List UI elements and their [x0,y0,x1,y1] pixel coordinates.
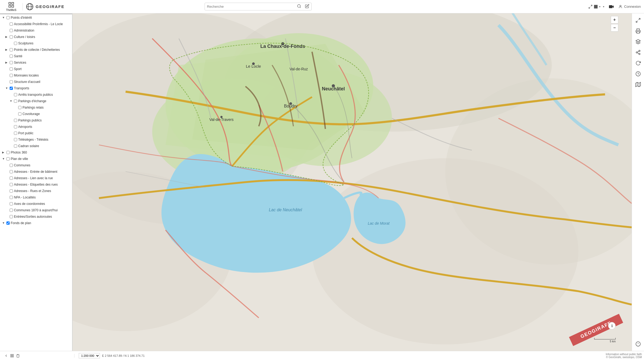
checkbox-sante[interactable] [10,55,13,58]
sidebar-item-fonds-de-plan[interactable]: ▼ Fonds de plan [0,220,72,226]
checkbox-cadran-solaire[interactable] [14,144,17,148]
sidebar-item-sculptures[interactable]: Sculptures [0,40,72,47]
checkbox-parkings-echange[interactable] [14,99,17,103]
sidebar-item-entrees-sorties[interactable]: Entrées/Sorties autoroutes [0,213,72,220]
checkbox-port-public[interactable] [14,132,17,135]
sidebar-item-adresses-etiquettes[interactable]: Adresses - Etiquettes des rues [0,181,72,188]
share-button[interactable] [633,48,643,57]
svg-point-46 [636,52,637,53]
checkbox-parkings-relais[interactable] [18,106,21,109]
checkbox-points-collecte[interactable] [10,48,13,51]
sidebar-item-parkings-echange[interactable]: ▼ Parkings d'échange [0,98,72,104]
checkbox-adresses-lien-rue[interactable] [10,177,13,180]
map-info-button[interactable]: ℹ [608,322,616,330]
sidebar-item-adresses-rues-zones[interactable]: Adresses - Rues et Zones [0,188,72,194]
map-view-button[interactable] [633,80,643,89]
sidebar-item-points-interet[interactable]: ▼ Points d'intérêt [0,14,72,21]
checkbox-arrets-transports[interactable] [14,93,17,96]
svg-point-39 [220,116,223,118]
checkbox-transports[interactable] [10,87,13,90]
checkbox-adresses-rues-zones[interactable] [10,189,13,193]
checkbox-plan-de-ville[interactable] [6,157,10,160]
checkbox-npa-localites[interactable] [10,196,13,199]
refresh-button[interactable] [633,58,643,68]
sidebar-item-parkings-publics[interactable]: Parkings publics [0,117,72,124]
sidebar-item-npa-localites[interactable]: NPA - Localités [0,194,72,201]
themes-button[interactable]: ThèMeS [3,2,19,12]
sidebar-item-telesiege[interactable]: Télésièges - Téléskis [0,136,72,143]
checkbox-sport[interactable] [10,67,13,71]
sidebar-item-covoiturage[interactable]: Covoiturage [0,111,72,117]
sidebar-item-aeroports[interactable]: Aéroports [0,124,72,130]
checkbox-points-interet[interactable] [6,16,10,19]
checkbox-communes[interactable] [10,164,13,167]
checkbox-photos-360[interactable] [6,151,10,154]
sidebar-item-sante[interactable]: Santé [0,53,72,59]
fullscreen-icon[interactable] [594,5,598,9]
checkbox-axes-coordonnees[interactable] [10,202,13,205]
sidebar-item-transports[interactable]: ▼ Transports [0,85,72,91]
checkbox-fonds-de-plan[interactable] [6,221,10,225]
search-icon[interactable] [297,4,301,9]
right-toolbar [632,13,644,351]
delete-button[interactable] [16,354,20,358]
zoom-in-button[interactable]: + [611,16,618,24]
svg-line-49 [637,51,639,52]
checkbox-culture-loisirs[interactable] [10,35,13,39]
sidebar-item-photos-360[interactable]: ▶ Photos 360 [0,149,72,156]
draw-icon[interactable] [305,4,309,9]
login-button[interactable]: Connexion [618,5,641,9]
sidebar-item-port-public[interactable]: Port public [0,130,72,136]
arrow-nav-icon[interactable] [599,5,604,9]
checkbox-aeroports[interactable] [14,125,17,128]
sidebar-item-communes[interactable]: Communes [0,162,72,168]
sidebar-item-adresses-lien-rue[interactable]: Adresses - Lien avec la rue [0,175,72,181]
video-icon[interactable] [609,5,614,9]
checkbox-monnaies-locales[interactable] [10,74,13,77]
sidebar-item-monnaies-locales[interactable]: Monnaies locales [0,72,72,79]
checkbox-sculptures[interactable] [14,42,17,45]
sidebar-item-arrets-transports[interactable]: Arrêts transports publics [0,91,72,98]
topbar-right: Connexion [588,5,641,9]
sidebar-item-sport[interactable]: Sport [0,66,72,72]
checkbox-accessibilite[interactable] [10,22,13,26]
checkbox-adresses-batiment[interactable] [10,170,13,173]
checkbox-adresses-etiquettes[interactable] [10,183,13,186]
checkbox-administration[interactable] [10,29,13,32]
sidebar-item-structure-accueil[interactable]: Structure d'accueil [0,79,72,85]
zoom-out-button[interactable]: − [611,24,618,32]
svg-marker-13 [612,5,614,8]
sidebar-item-cadran-solaire[interactable]: Cadran solaire [0,143,72,149]
sidebar-item-plan-de-ville[interactable]: ▼ Plan de ville [0,156,72,162]
checkbox-parkings-publics[interactable] [14,119,17,122]
info-button[interactable] [633,339,643,349]
grid-view-button[interactable] [10,354,14,358]
layers-button[interactable] [633,37,643,47]
print-button[interactable] [633,26,643,36]
history-button[interactable] [633,69,643,79]
scale-bar-line [594,338,616,339]
checkbox-telesiege[interactable] [14,138,17,141]
checkbox-structure-accueil[interactable] [10,80,13,83]
scale-selector[interactable]: 1:200 000 1:100 000 1:50 000 1:25 000 [79,353,100,358]
map-container[interactable]: La Chaux-de-Fonds Le Locle Val-de-Ruz Va… [72,13,632,351]
expand-button[interactable] [633,16,643,25]
svg-rect-12 [609,5,612,8]
sidebar-item-administration[interactable]: Administration [0,27,72,34]
resize-icon[interactable] [588,5,593,9]
sidebar-item-services[interactable]: ▶ Services [0,59,72,66]
checkbox-communes-1870[interactable] [10,209,13,212]
sidebar-item-culture-loisirs[interactable]: ▶ Culture / loisirs [0,34,72,40]
checkbox-covoiturage[interactable] [18,112,21,116]
sidebar-item-axes-coordonnees[interactable]: Axes de coordonnées [0,201,72,207]
sidebar-item-points-collecte[interactable]: ▶ Points de collecte / Déchetteries [0,47,72,53]
sidebar-item-adresses-batiment[interactable]: Adresses - Entrée de bâtiment [0,168,72,175]
search-input[interactable] [207,5,297,9]
sidebar-item-communes-1870[interactable]: Communes 1870 à aujourd'hui [0,207,72,213]
window-controls [588,5,604,9]
sidebar-item-parkings-relais[interactable]: Parkings relais [0,104,72,111]
sidebar-item-accessibilite[interactable]: Accessibilité ProInfirmis - Le Locle [0,21,72,27]
checkbox-entrees-sorties[interactable] [10,215,13,218]
checkbox-services[interactable] [10,61,13,64]
collapse-sidebar-button[interactable] [4,354,8,358]
